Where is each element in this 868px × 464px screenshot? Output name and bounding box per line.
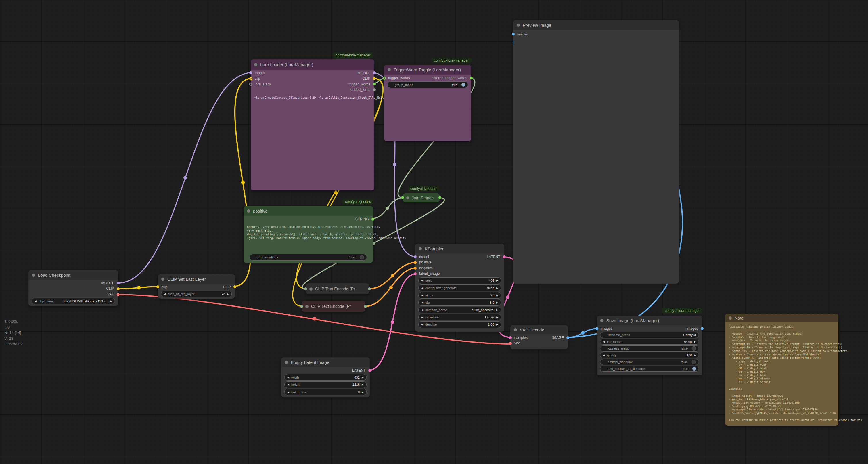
output-dot-image[interactable] xyxy=(566,336,569,339)
file-format-widget[interactable]: ◀ file_format webp ▶ xyxy=(600,339,699,345)
seed-widget[interactable]: ◀ seed 409 ▶ xyxy=(418,277,501,284)
input-dot-lora-stack[interactable] xyxy=(249,83,252,86)
node-titlebar[interactable]: positive xyxy=(244,206,373,216)
number-right-arrow-icon[interactable]: ▶ xyxy=(496,279,498,282)
input-dot-latent-image[interactable] xyxy=(414,272,416,275)
lora-syntax-text[interactable]: <lora:CreateConcept_Illustrious:0.8> <lo… xyxy=(251,96,374,99)
output-dot-clip[interactable] xyxy=(373,77,376,80)
node-preview-image[interactable]: Preview Image images xyxy=(513,20,679,283)
number-left-arrow-icon[interactable]: ◀ xyxy=(421,301,423,304)
input-dot-samples[interactable] xyxy=(509,336,512,339)
node-save-image[interactable]: Save Image (LoraManager) images images f… xyxy=(597,316,702,375)
combo-right-arrow-icon[interactable]: ▶ xyxy=(496,316,498,319)
node-lora-loader[interactable]: Lora Loader (LoraManager) model MODEL cl… xyxy=(251,59,374,190)
node-clip-text-encode-negative[interactable]: CLIP Text Encode (Pr xyxy=(302,301,365,312)
input-dot-negative[interactable] xyxy=(414,267,416,269)
ckpt-name-widget[interactable]: ◀ ckpt_name ilwaiNSFWIllustrious_v110.s.… xyxy=(32,298,115,304)
number-right-arrow-icon[interactable]: ▶ xyxy=(496,301,498,304)
output-dot-filtered-trigger-words[interactable] xyxy=(470,77,473,79)
output-dot-loaded-loras[interactable] xyxy=(373,88,376,91)
output-dot[interactable] xyxy=(438,196,441,199)
combo-right-arrow-icon[interactable]: ▶ xyxy=(496,308,498,311)
collapse-dot-icon[interactable] xyxy=(161,278,164,281)
combo-right-arrow-icon[interactable]: ▶ xyxy=(694,340,696,343)
number-right-arrow-icon[interactable]: ▶ xyxy=(694,354,696,357)
output-dot-vae[interactable] xyxy=(117,293,120,296)
comfyui-canvas[interactable]: { "app": {"name": "ComfyUI node graph"},… xyxy=(0,0,868,464)
output-dot-clip[interactable] xyxy=(117,287,120,290)
collapse-dot-icon[interactable] xyxy=(514,328,517,331)
steps-widget[interactable]: ◀ steps 20 ▶ xyxy=(418,292,501,298)
input-dot-positive[interactable] xyxy=(414,261,416,264)
node-titlebar[interactable]: Note xyxy=(725,314,838,322)
input-dot-vae[interactable] xyxy=(509,342,512,345)
toggle-knob[interactable] xyxy=(692,346,696,351)
embed-workflow-widget[interactable]: embed_workflow false xyxy=(600,359,699,365)
collapse-dot-icon[interactable] xyxy=(285,361,288,364)
node-clip-set-last-layer[interactable]: CLIP Set Last Layer clip CLIP ◀ stop_at_… xyxy=(158,274,235,298)
node-join-strings[interactable]: Join Strings xyxy=(403,193,440,202)
input-dot[interactable] xyxy=(300,305,303,308)
node-vae-decode[interactable]: VAE Decode samples IMAGE vae xyxy=(510,325,568,349)
cfg-widget[interactable]: ◀ cfg 8.0 ▶ xyxy=(418,299,501,306)
node-titlebar[interactable]: TriggerWord Toggle (LoraManager) xyxy=(384,65,471,75)
number-left-arrow-icon[interactable]: ◀ xyxy=(421,323,423,326)
node-titlebar[interactable]: Load Checkpoint xyxy=(28,270,118,280)
output-dot[interactable] xyxy=(368,287,371,290)
width-widget[interactable]: ◀ width 832 ▶ xyxy=(284,374,367,381)
number-right-arrow-icon[interactable]: ▶ xyxy=(362,383,364,386)
combo-left-arrow-icon[interactable]: ◀ xyxy=(603,340,605,343)
lossless-webp-widget[interactable]: lossless_webp false xyxy=(600,346,699,351)
toggle-knob[interactable] xyxy=(692,360,696,364)
number-left-arrow-icon[interactable]: ◀ xyxy=(287,376,289,379)
output-dot-trigger-words[interactable] xyxy=(373,83,376,85)
number-right-arrow-icon[interactable]: ▶ xyxy=(496,294,498,297)
collapse-dot-icon[interactable] xyxy=(728,316,732,320)
combo-right-arrow-icon[interactable]: ▶ xyxy=(110,300,112,302)
combo-left-arrow-icon[interactable]: ◀ xyxy=(421,308,423,311)
input-dot-clip[interactable] xyxy=(156,285,159,288)
add-counter-widget[interactable]: add_counter_to_filename true xyxy=(600,366,699,372)
node-empty-latent-image[interactable]: Empty Latent Image LATENT ◀ width 832 ▶ … xyxy=(281,357,370,397)
combo-right-arrow-icon[interactable]: ▶ xyxy=(496,287,498,289)
input-dot-model[interactable] xyxy=(249,71,252,74)
number-right-arrow-icon[interactable]: ▶ xyxy=(362,376,364,379)
number-left-arrow-icon[interactable]: ◀ xyxy=(287,390,289,394)
output-dot-string[interactable] xyxy=(371,218,374,221)
node-titlebar[interactable]: Empty Latent Image xyxy=(281,357,370,367)
toggle-knob[interactable] xyxy=(360,255,364,259)
control-after-generate-widget[interactable]: ◀ control after generate fixed ▶ xyxy=(418,285,501,291)
input-dot[interactable] xyxy=(304,287,307,290)
node-positive-prompt[interactable]: positive STRING highres, very detailed, … xyxy=(244,206,373,262)
output-dot-model[interactable] xyxy=(117,282,120,285)
prompt-text[interactable]: highres, very detailed, amazing quality,… xyxy=(244,225,373,240)
toggle-knob[interactable] xyxy=(692,367,696,371)
output-dot-images[interactable] xyxy=(701,327,704,330)
output-dot-latent[interactable] xyxy=(503,256,506,258)
input-dot[interactable] xyxy=(401,196,404,199)
combo-left-arrow-icon[interactable]: ◀ xyxy=(421,316,423,319)
node-clip-text-encode-positive[interactable]: CLIP Text Encode (Pr xyxy=(306,283,369,294)
node-titlebar[interactable]: Preview Image xyxy=(513,20,679,30)
input-dot-model[interactable] xyxy=(414,256,416,258)
input-dot-clip[interactable] xyxy=(249,77,252,80)
collapse-dot-icon[interactable] xyxy=(406,197,409,199)
collapse-dot-icon[interactable] xyxy=(309,287,312,291)
collapse-dot-icon[interactable] xyxy=(305,305,309,308)
stop-at-clip-layer-widget[interactable]: ◀ stop_at_clip_layer -2 ▶ xyxy=(161,291,232,297)
denoise-widget[interactable]: ◀ denoise 1.00 ▶ xyxy=(418,321,501,328)
collapse-dot-icon[interactable] xyxy=(388,68,391,71)
sampler-name-widget[interactable]: ◀ sampler_name euler_ancestral ▶ xyxy=(418,307,501,313)
strip-newlines-widget[interactable]: strip_newlines false xyxy=(250,254,367,261)
number-left-arrow-icon[interactable]: ◀ xyxy=(287,383,289,386)
combo-left-arrow-icon[interactable]: ◀ xyxy=(34,300,36,302)
output-dot-latent[interactable] xyxy=(368,369,371,372)
input-dot-images[interactable] xyxy=(595,327,598,330)
collapse-dot-icon[interactable] xyxy=(600,319,603,322)
node-titlebar[interactable]: VAE Decode xyxy=(510,325,568,334)
number-right-arrow-icon[interactable]: ▶ xyxy=(496,323,498,326)
input-dot-trigger-words[interactable] xyxy=(383,77,386,80)
toggle-knob[interactable] xyxy=(461,83,465,87)
scheduler-widget[interactable]: ◀ scheduler karras ▶ xyxy=(418,314,501,320)
number-right-arrow-icon[interactable]: ▶ xyxy=(227,293,229,295)
